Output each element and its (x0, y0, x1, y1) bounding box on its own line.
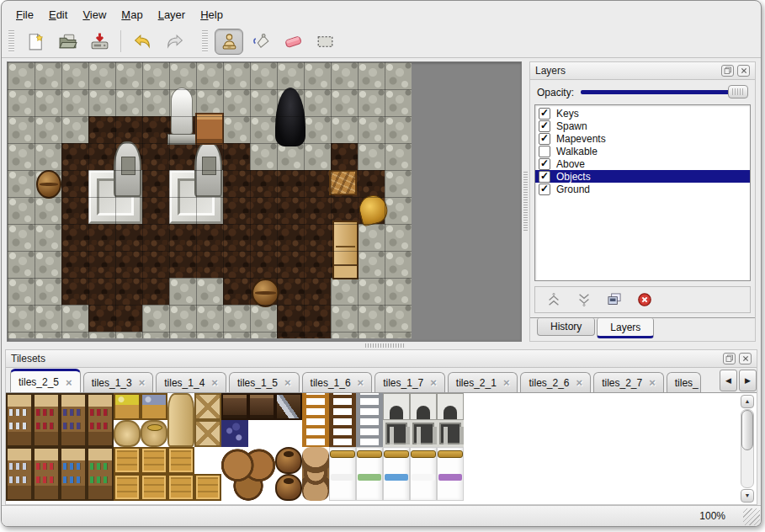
tileset-tile-bed[interactable] (410, 447, 437, 501)
tileset-tile-bed[interactable] (329, 447, 356, 501)
tileset-tile-bed[interactable] (437, 447, 464, 501)
move-up-layer-button[interactable] (544, 290, 564, 310)
tileset-tile-crate[interactable] (141, 447, 167, 474)
tileset-tab-tiles_1_6[interactable]: tiles_1_6× (302, 372, 373, 392)
tileset-tile-shelf[interactable] (6, 393, 33, 447)
tileset-tile-shelf[interactable] (60, 447, 87, 501)
menu-edit[interactable]: Edit (41, 6, 75, 24)
tileset-tile-barrel-up[interactable] (275, 447, 302, 474)
tileset-tile-bed[interactable] (383, 447, 410, 501)
layer-row-keys[interactable]: ✓Keys (535, 107, 750, 120)
toolbar-grip[interactable] (8, 30, 14, 52)
toolbar-grip[interactable] (202, 30, 208, 52)
resize-grip[interactable] (743, 508, 760, 525)
tileset-canvas[interactable] (6, 393, 465, 504)
tab-close-icon[interactable]: × (503, 377, 510, 388)
redo-button[interactable] (160, 29, 189, 55)
tileset-tab-tiles_2_7[interactable]: tiles_2_7× (593, 372, 664, 392)
scroll-down-button[interactable]: ▼ (741, 489, 754, 503)
tileset-tab-tiles_1_7[interactable]: tiles_1_7× (375, 372, 445, 392)
duplicate-layer-button[interactable] (604, 290, 624, 310)
layer-row-mapevents[interactable]: ✓Mapevents (535, 132, 750, 145)
tileset-tile-crate[interactable] (194, 474, 221, 501)
layer-row-ground[interactable]: ✓Ground (535, 183, 750, 195)
layer-visible-checkbox[interactable]: ✓ (539, 133, 550, 145)
tab-close-icon[interactable]: × (211, 377, 218, 388)
scroll-tabs-left-button[interactable]: ◀ (720, 370, 737, 391)
tileset-tile-chest-dark[interactable] (248, 393, 275, 420)
tileset-tile-blue-debris[interactable] (221, 420, 248, 447)
scrollbar-track[interactable] (741, 409, 754, 488)
map-view[interactable] (7, 61, 522, 342)
tab-close-icon[interactable]: × (66, 377, 72, 388)
select-tool-button[interactable] (311, 29, 339, 55)
tileset-tile-arch-top[interactable] (410, 393, 437, 420)
tab-close-icon[interactable]: × (430, 377, 437, 388)
layer-visible-checkbox[interactable] (539, 146, 550, 157)
menu-map[interactable]: Map (114, 6, 150, 24)
menu-layer[interactable]: Layer (151, 6, 194, 24)
layer-row-objects[interactable]: ✓Objects (535, 170, 750, 183)
stamp-tool-button[interactable] (215, 29, 243, 55)
tileset-tab-tiles_1_5[interactable]: tiles_1_5× (229, 372, 300, 392)
dock-tab-layers[interactable]: Layers (597, 318, 654, 338)
tileset-tile-chest-metal[interactable] (275, 393, 302, 420)
fill-tool-button[interactable] (247, 29, 275, 55)
layer-visible-checkbox[interactable]: ✓ (539, 108, 550, 120)
scroll-tabs-right-button[interactable]: ▶ (739, 370, 757, 391)
eraser-tool-button[interactable] (279, 29, 307, 55)
tileset-tile-shelf[interactable] (33, 447, 60, 501)
float-panel-button[interactable] (723, 353, 736, 364)
save-file-button[interactable] (85, 29, 114, 55)
horizontal-splitter-grip[interactable] (365, 343, 404, 348)
tileset-tile-crate[interactable] (167, 474, 194, 501)
layer-row-above[interactable]: ✓Above (535, 157, 750, 170)
tab-close-icon[interactable]: × (649, 377, 656, 388)
tileset-tile-crate[interactable] (141, 474, 167, 501)
tileset-tile-shelf[interactable] (6, 447, 33, 501)
undo-button[interactable] (128, 29, 157, 55)
tileset-tile-ladder[interactable] (356, 393, 383, 447)
tileset-tile-chest-dark[interactable] (221, 393, 248, 420)
layer-visible-checkbox[interactable]: ✓ (539, 171, 550, 183)
tileset-tile-arch-door[interactable] (410, 420, 437, 447)
layer-visible-checkbox[interactable]: ✓ (539, 158, 550, 170)
tileset-tab-tiles_2_6[interactable]: tiles_2_6× (520, 372, 591, 392)
tileset-tab-tiles_2_5[interactable]: tiles_2_5× (10, 369, 81, 392)
tileset-tile-arch-door[interactable] (383, 420, 410, 447)
tab-close-icon[interactable]: × (358, 377, 364, 388)
layer-visible-checkbox[interactable]: ✓ (539, 120, 550, 132)
tileset-tile-sack-tall[interactable] (167, 393, 194, 447)
tileset-tile-arch-door[interactable] (437, 420, 464, 447)
tileset-tab-tiles_1_4[interactable]: tiles_1_4× (156, 372, 226, 392)
float-panel-button[interactable] (721, 65, 734, 77)
opacity-slider-handle[interactable] (728, 85, 748, 98)
tileset-tab-tiles[interactable]: tiles_ (667, 372, 701, 392)
tileset-tile-barrel-up[interactable] (275, 474, 302, 501)
close-panel-button[interactable] (737, 65, 750, 77)
opacity-slider[interactable] (581, 85, 748, 99)
tileset-tab-tiles_1_3[interactable]: tiles_1_3× (83, 372, 154, 392)
tab-close-icon[interactable]: × (576, 377, 583, 388)
tileset-tile-veg[interactable] (141, 393, 167, 420)
tileset-tile-crate[interactable] (114, 447, 141, 474)
layer-visible-checkbox[interactable]: ✓ (539, 184, 550, 195)
vertical-splitter[interactable] (522, 61, 529, 342)
tileset-tab-tiles_2_1[interactable]: tiles_2_1× (448, 372, 518, 392)
menu-file[interactable]: File (8, 6, 41, 24)
new-file-button[interactable] (21, 29, 50, 55)
tileset-tile-pot-stack[interactable] (302, 447, 329, 501)
tileset-tile-sack-open[interactable] (141, 420, 167, 447)
move-down-layer-button[interactable] (574, 290, 594, 310)
tileset-tile-barrel-pile[interactable] (221, 447, 275, 501)
tileset-tile-sack[interactable] (114, 420, 141, 447)
tileset-tile-crate-x[interactable] (194, 420, 221, 447)
dock-tab-history[interactable]: History (537, 318, 595, 336)
tileset-tile-ladder[interactable] (329, 393, 356, 447)
tileset-tile-arch-top[interactable] (437, 393, 464, 420)
tileset-tile-bed[interactable] (356, 447, 383, 501)
tileset-tile-shelf[interactable] (87, 447, 114, 501)
layer-row-walkable[interactable]: Walkable (535, 145, 750, 157)
tileset-tile-veg[interactable] (114, 393, 141, 420)
layer-row-spawn[interactable]: ✓Spawn (535, 120, 750, 132)
